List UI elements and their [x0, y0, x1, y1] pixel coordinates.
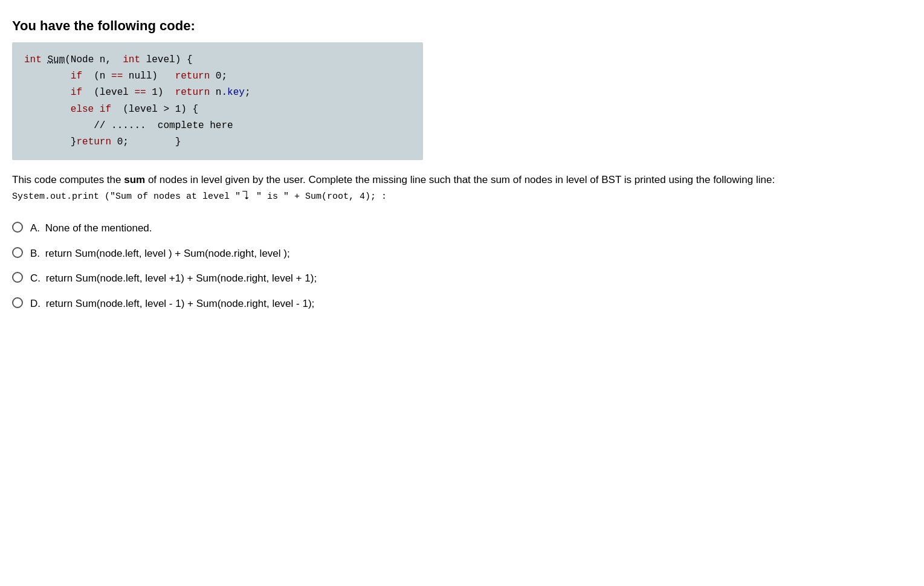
option-letter-b: B. [30, 248, 40, 259]
option-label-d: D. return Sum(node.left, level - 1) + Su… [30, 297, 314, 311]
option-label-b: B. return Sum(node.left, level ) + Sum(n… [30, 246, 290, 261]
description-text: This code computes the sum of nodes in l… [12, 172, 888, 204]
radio-c[interactable] [12, 272, 23, 283]
option-label-a: A. None of the mentioned. [30, 221, 152, 236]
option-letter-d: D. [30, 298, 40, 309]
radio-a[interactable] [12, 222, 23, 233]
code-block: int Sum(Node n, int level) { if (n == nu… [12, 42, 423, 160]
option-letter-a: A. [30, 222, 40, 234]
section-title: You have the following code: [12, 18, 906, 34]
code-line-3: if (level == 1) return n.key; [24, 85, 411, 101]
print-line: System.out.print ("Sum of nodes at level… [12, 192, 387, 202]
option-item-c[interactable]: C. return Sum(node.left, level +1) + Sum… [12, 271, 906, 286]
option-item-b[interactable]: B. return Sum(node.left, level ) + Sum(n… [12, 246, 906, 261]
options-container: A. None of the mentioned. B. return Sum(… [12, 221, 906, 311]
option-text-c: return Sum(node.left, level +1) + Sum(no… [46, 272, 317, 284]
code-line-4: else if (level > 1) { [24, 101, 411, 118]
option-text-d: return Sum(node.left, level - 1) + Sum(n… [46, 298, 315, 309]
option-text-a: None of the mentioned. [45, 222, 152, 234]
radio-b[interactable] [12, 247, 23, 258]
radio-d[interactable] [12, 297, 23, 308]
description-part1: This code computes the sum of nodes in l… [12, 174, 775, 185]
option-item-a[interactable]: A. None of the mentioned. [12, 221, 906, 236]
main-container: You have the following code: int Sum(Nod… [0, 0, 924, 586]
option-text-b: return Sum(node.left, level ) + Sum(node… [45, 248, 290, 259]
code-line-1: int Sum(Node n, int level) { [24, 52, 411, 68]
option-letter-c: C. [30, 272, 40, 284]
code-line-6: }return 0; } [24, 134, 411, 150]
code-line-2: if (n == null) return 0; [24, 68, 411, 85]
code-line-5: // ...... complete here [24, 118, 411, 134]
option-label-c: C. return Sum(node.left, level +1) + Sum… [30, 271, 317, 286]
option-item-d[interactable]: D. return Sum(node.left, level - 1) + Su… [12, 297, 906, 311]
